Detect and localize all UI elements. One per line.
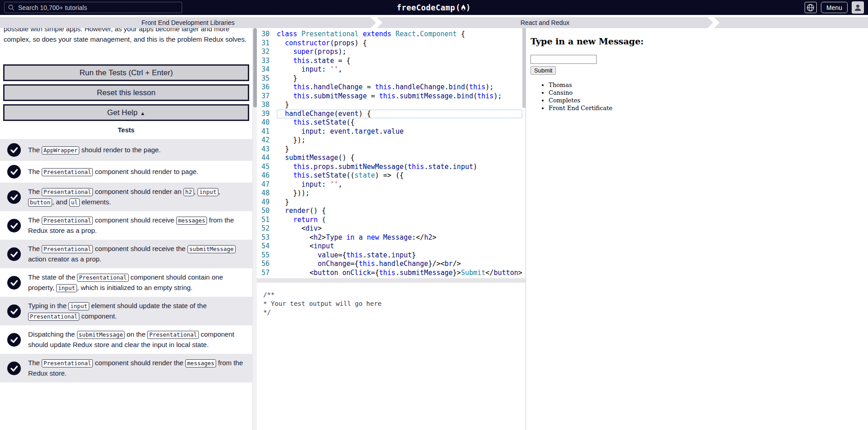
test-passed-check-icon [7,362,21,375]
search-box[interactable] [4,2,182,13]
code-line: 38 } [257,101,522,110]
action-buttons: Run the Tests (Ctrl + Enter) Reset this … [0,64,252,121]
logo-paren-left: ( [456,3,461,12]
menu-button[interactable]: Menu [821,2,848,13]
message-item: Completes [549,97,863,104]
language-globe-button[interactable] [805,2,817,13]
line-content: class Presentational extends React.Compo… [277,30,522,39]
inline-code: messages [176,217,207,225]
code-editor[interactable]: 30class Presentational extends React.Com… [257,28,526,278]
get-help-label: Get Help [107,108,138,117]
line-number: 48 [257,189,277,198]
test-text-segment: Dispatching the [28,330,77,338]
line-content: render() { [277,207,522,216]
code-line: 43 } [257,145,522,154]
line-number: 38 [257,101,277,110]
inline-code: Presentational [42,168,93,176]
test-text-segment: component should render to page. [93,168,198,175]
test-text-segment: , which is initialized to an empty strin… [77,284,193,291]
breadcrumb-superblock[interactable]: Front End Development Libraries [0,17,376,28]
console-line: */ [263,308,519,317]
inline-code: AppWrapper [42,146,79,155]
preview-pane: Type in a new Message: Submit ThomasCans… [526,28,868,430]
code-line: 53 <h2>Type in a new Message:</h2> [257,233,522,242]
test-text-segment: The state of the [28,273,77,281]
test-text-segment: The [28,216,42,224]
code-line: 40 this.setState({ [257,118,522,127]
search-icon [8,5,14,11]
code-line: 37 this.submitMessage = this.submitMessa… [257,92,522,101]
inline-code: messages [185,359,216,367]
test-text-segment: should render to the page. [79,146,160,154]
test-row: Dispatching the submitMessage on the Pre… [0,325,252,354]
line-content: } [277,74,522,83]
line-content: <button onClick={this.submitMessage}>Sub… [277,269,522,278]
test-text-segment: action creator as a prop. [28,255,101,263]
instructions-scrollbar-thumb[interactable] [253,28,257,107]
line-number: 46 [257,171,277,180]
reset-lesson-button[interactable]: Reset this lesson [3,84,249,101]
line-content: })); [277,189,522,198]
test-text-segment: component should render the [93,359,185,367]
line-content: handleChange(event) { [277,110,522,119]
line-content: <h2>Type in a new Message:</h2> [277,233,522,242]
pane-divider[interactable] [257,278,526,283]
message-input[interactable] [530,55,597,64]
instructions-panel: possible with simple apps. However, as y… [0,28,252,430]
avatar-button[interactable] [852,1,864,14]
inline-code: Presentational [42,245,93,253]
inline-code: submitMessage [188,245,236,253]
inline-code: Presentational [77,274,128,282]
test-description: Typing in the input element should updat… [28,301,245,321]
code-line: 42 }); [257,136,522,145]
editor-scrollbar[interactable] [522,28,526,278]
line-content: this.submitMessage = this.submitMessage.… [277,92,522,101]
line-number: 33 [257,57,277,66]
line-content: } [277,145,522,154]
code-line: 57 <button onClick={this.submitMessage}>… [257,269,522,278]
code-line: 31 constructor(props) { [257,39,522,48]
line-number: 30 [257,30,277,39]
globe-icon [806,4,815,12]
code-line: 41 input: event.target.value [257,127,522,136]
code-line: 45 this.props.submitNewMessage(this.stat… [257,163,522,172]
logo-paren-right: ) [466,3,471,12]
test-description: The AppWrapper should render to the page… [28,145,161,155]
submit-button[interactable]: Submit [530,66,556,75]
tests-heading: Tests [0,126,252,134]
test-text-segment: The [28,359,42,367]
test-row: The Presentational component should rece… [0,240,252,268]
top-nav: freeCodeCamp() Menu [0,0,868,15]
line-number: 39 [257,110,277,119]
user-avatar-icon [854,3,862,12]
search-input[interactable] [18,4,178,11]
code-line: 48 })); [257,189,522,198]
run-tests-button[interactable]: Run the Tests (Ctrl + Enter) [3,64,249,81]
editor-lines[interactable]: 30class Presentational extends React.Com… [257,28,522,278]
line-number: 50 [257,207,277,216]
line-content: onChange={this.handleChange}/><br/> [277,260,522,269]
code-line: 34 input: '', [257,65,522,74]
inline-code: input [56,284,77,292]
preview-heading: Type in a new Message: [530,36,863,46]
line-number: 45 [257,163,277,172]
code-line: 55 value={this.state.input} [257,251,522,260]
inline-code: input [198,188,218,196]
test-row: The Presentational component should rend… [0,183,252,211]
breadcrumb-block[interactable]: React and Redux [377,17,713,28]
line-number: 37 [257,92,277,101]
code-line: 51 return ( [257,216,522,225]
line-content: this.props.submitNewMessage(this.state.i… [277,163,522,172]
test-row: The AppWrapper should render to the page… [0,139,252,161]
code-line: 36 this.handleChange = this.handleChange… [257,83,522,92]
code-line: 49 } [257,198,522,207]
instructions-scrollbar[interactable] [252,28,257,430]
line-number: 57 [257,269,277,278]
nav-right: Menu [805,1,864,14]
editor-scrollbar-thumb[interactable] [522,28,526,108]
code-line: 52 <div> [257,224,522,233]
inline-code: Presentational [42,359,93,367]
code-line-current: 39 handleChange(event) { [257,110,522,119]
code-line: 50 render() { [257,207,522,216]
get-help-button[interactable]: Get Help▲ [3,104,249,121]
